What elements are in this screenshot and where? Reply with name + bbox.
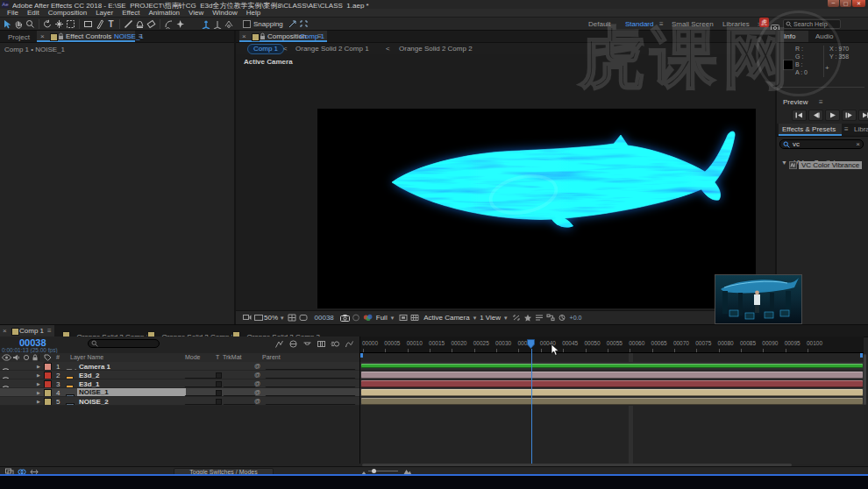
region-of-interest-icon[interactable] xyxy=(397,312,409,323)
parent-pickwhip-icon[interactable]: @ xyxy=(254,398,260,404)
preserve-transparency-box[interactable] xyxy=(216,372,222,379)
expand-arrow-icon[interactable]: ▶ xyxy=(37,390,40,395)
layer-name[interactable]: E3d_1 xyxy=(79,380,100,388)
panel-menu-icon[interactable]: ≡ xyxy=(844,125,849,133)
magnification-icon[interactable] xyxy=(253,312,264,323)
rotate-tool[interactable] xyxy=(42,18,53,30)
next-frame-button[interactable] xyxy=(842,110,857,121)
tab-project[interactable]: Project xyxy=(8,33,30,41)
rectangle-tool[interactable] xyxy=(82,18,94,30)
layer-row-NOISE_1[interactable]: ▶4NOISE_1Normal▾None▾@None▾ xyxy=(0,388,359,397)
label-color-chip[interactable] xyxy=(44,398,52,406)
graph-editor-icon[interactable] xyxy=(344,338,355,350)
breadcrumb-orange-comp2[interactable]: Orange Solid 2 Comp 2 xyxy=(399,45,473,53)
show-snapshot-icon[interactable] xyxy=(351,312,362,323)
breadcrumb-comp1[interactable]: Comp 1 xyxy=(247,44,284,54)
menu-window[interactable]: Window xyxy=(208,9,241,17)
resolution-dropdown[interactable]: Full xyxy=(376,314,388,322)
label-color-chip[interactable] xyxy=(44,372,52,379)
clear-search-icon[interactable]: × xyxy=(856,140,860,148)
brush-tool[interactable] xyxy=(123,18,134,30)
tab-info[interactable]: Info xyxy=(779,31,808,42)
layer-duration-bar-E3d_2[interactable] xyxy=(361,372,863,379)
label-color-chip[interactable] xyxy=(44,389,52,397)
menu-composition[interactable]: Composition xyxy=(44,9,91,17)
workspace-libraries[interactable]: Libraries xyxy=(722,20,750,28)
layer-name[interactable]: NOISE_2 xyxy=(79,398,109,406)
workspace-default[interactable]: Default xyxy=(588,20,610,28)
snapping-checkbox[interactable] xyxy=(243,20,251,28)
always-preview-icon[interactable] xyxy=(241,312,253,323)
workspace-standard[interactable]: Standard xyxy=(625,20,653,28)
layer-name[interactable]: E3d_2 xyxy=(79,372,100,379)
workspace-small-screen[interactable]: Small Screen xyxy=(672,20,714,28)
draft-3d-icon[interactable] xyxy=(288,338,299,350)
parent-pickwhip-icon[interactable]: @ xyxy=(254,389,260,395)
camera-dropdown[interactable]: Active Camera xyxy=(423,314,469,322)
playhead-marker[interactable] xyxy=(527,339,535,349)
motion-blur-icon[interactable] xyxy=(330,338,341,350)
twirl-down-icon[interactable]: ▼ xyxy=(781,159,787,166)
minimize-button[interactable]: – xyxy=(828,0,839,7)
parent-pickwhip-icon[interactable]: @ xyxy=(254,372,260,378)
label-color-chip[interactable] xyxy=(44,380,52,388)
prev-frame-button[interactable] xyxy=(808,110,823,121)
column-mode[interactable]: Mode xyxy=(185,354,201,360)
expand-arrow-icon[interactable]: ▶ xyxy=(37,364,40,369)
puppet-pin-tool[interactable] xyxy=(174,18,186,30)
layer-row-Camera 1[interactable]: ▶1Camera 1@None▾ xyxy=(0,362,359,371)
timeline-ruler[interactable]: 0000000005000100001500020000250003000035… xyxy=(359,337,864,353)
layer-duration-bar-E3d_1[interactable] xyxy=(361,380,863,387)
close-tab-icon[interactable]: × xyxy=(242,32,246,40)
type-tool[interactable]: T xyxy=(105,18,117,30)
layer-name[interactable]: NOISE_1 xyxy=(77,388,186,396)
label-color-chip[interactable] xyxy=(44,363,52,371)
column-trkmat[interactable]: TrkMat xyxy=(223,354,242,360)
timeline-tab-comp1[interactable]: × Comp 1 ≡ xyxy=(0,325,54,337)
selection-tool[interactable] xyxy=(2,18,13,30)
channels-icon[interactable] xyxy=(362,312,374,323)
preserve-transparency-box[interactable] xyxy=(216,399,222,405)
workspace-search-icon[interactable] xyxy=(771,20,779,31)
mask-visibility-icon[interactable] xyxy=(298,312,309,323)
composition-viewer[interactable]: Active Camera xyxy=(236,54,775,310)
panel-menu-icon[interactable]: ≡ xyxy=(47,327,52,335)
comp-stage[interactable] xyxy=(317,109,756,308)
menu-edit[interactable]: Edit xyxy=(23,9,44,17)
parent-pickwhip-icon[interactable]: @ xyxy=(254,363,260,369)
hand-tool[interactable] xyxy=(13,18,25,30)
pan-behind-tool[interactable] xyxy=(65,18,76,30)
tab-libraries[interactable]: Librar xyxy=(854,125,868,133)
zoom-tool[interactable] xyxy=(25,18,36,30)
menu-file[interactable]: File xyxy=(3,9,23,17)
work-area-end[interactable] xyxy=(860,353,863,358)
menu-help[interactable]: Help xyxy=(242,9,265,17)
clone-stamp-tool[interactable] xyxy=(134,18,146,30)
menu-layer[interactable]: Layer xyxy=(91,9,117,17)
preview-title[interactable]: Preview xyxy=(783,98,808,106)
snapshot-icon[interactable] xyxy=(339,312,351,323)
fast-previews-icon[interactable] xyxy=(523,312,534,323)
layer-duration-bar-NOISE_2[interactable] xyxy=(361,398,863,405)
last-frame-button[interactable] xyxy=(858,110,868,121)
work-area-start[interactable] xyxy=(360,353,363,358)
close-tab-icon[interactable]: × xyxy=(40,32,45,40)
reference-thumbnail[interactable] xyxy=(715,274,802,324)
grid-guides-icon[interactable] xyxy=(287,312,298,323)
column-t[interactable]: T xyxy=(216,354,219,360)
column-parent[interactable]: Parent xyxy=(262,354,281,360)
dropdown[interactable]: None▾ xyxy=(223,404,256,406)
zoom-level-dropdown[interactable]: 50% xyxy=(264,314,278,322)
menu-effect[interactable]: Effect xyxy=(117,9,144,17)
axis-view-button[interactable] xyxy=(223,18,234,30)
workspace-overflow[interactable]: >> xyxy=(758,20,765,28)
close-button[interactable]: ✕ xyxy=(852,0,865,7)
timeline-vscrollbar[interactable] xyxy=(864,354,866,405)
roto-brush-tool[interactable] xyxy=(163,18,174,30)
expand-arrow-icon[interactable]: ▶ xyxy=(37,372,40,378)
effects-search-input[interactable]: vc × xyxy=(779,139,864,149)
pen-tool[interactable] xyxy=(94,18,105,30)
parent-pickwhip-icon[interactable]: @ xyxy=(254,380,260,386)
timeline-zoom-slider[interactable] xyxy=(368,471,398,471)
exposure-value[interactable]: +0.0 xyxy=(570,315,582,321)
